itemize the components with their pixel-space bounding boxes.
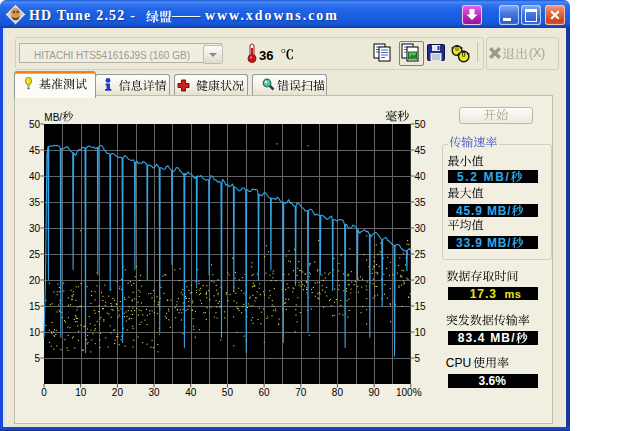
svg-text:90: 90 (369, 387, 381, 398)
svg-text:45: 45 (29, 145, 41, 156)
svg-text:15: 15 (29, 301, 41, 312)
svg-text:50: 50 (222, 387, 234, 398)
svg-text:MB/: MB/ (44, 112, 62, 123)
svg-text:100%: 100% (396, 387, 422, 398)
svg-text:15: 15 (415, 301, 427, 312)
svg-text:35: 35 (415, 197, 427, 208)
svg-text:25: 25 (29, 249, 41, 260)
svg-text:20: 20 (415, 275, 427, 286)
svg-text:35: 35 (29, 197, 41, 208)
svg-text:45: 45 (415, 145, 427, 156)
svg-text:30: 30 (29, 223, 41, 234)
svg-text:80: 80 (332, 387, 344, 398)
svg-text:30: 30 (148, 387, 160, 398)
svg-text:10: 10 (29, 327, 41, 338)
svg-text:60: 60 (259, 387, 271, 398)
svg-text:40: 40 (415, 171, 427, 182)
svg-text:70: 70 (295, 387, 307, 398)
svg-text:50: 50 (415, 119, 427, 130)
svg-text:25: 25 (415, 249, 427, 260)
svg-text:5: 5 (415, 353, 421, 364)
svg-text:30: 30 (415, 223, 427, 234)
svg-text:40: 40 (185, 387, 197, 398)
svg-text:10: 10 (75, 387, 87, 398)
svg-text:20: 20 (29, 275, 41, 286)
svg-text:40: 40 (29, 171, 41, 182)
svg-text:50: 50 (29, 119, 41, 130)
svg-text:5: 5 (34, 353, 40, 364)
svg-text:0: 0 (41, 387, 47, 398)
svg-text:10: 10 (415, 327, 427, 338)
svg-text:20: 20 (112, 387, 124, 398)
